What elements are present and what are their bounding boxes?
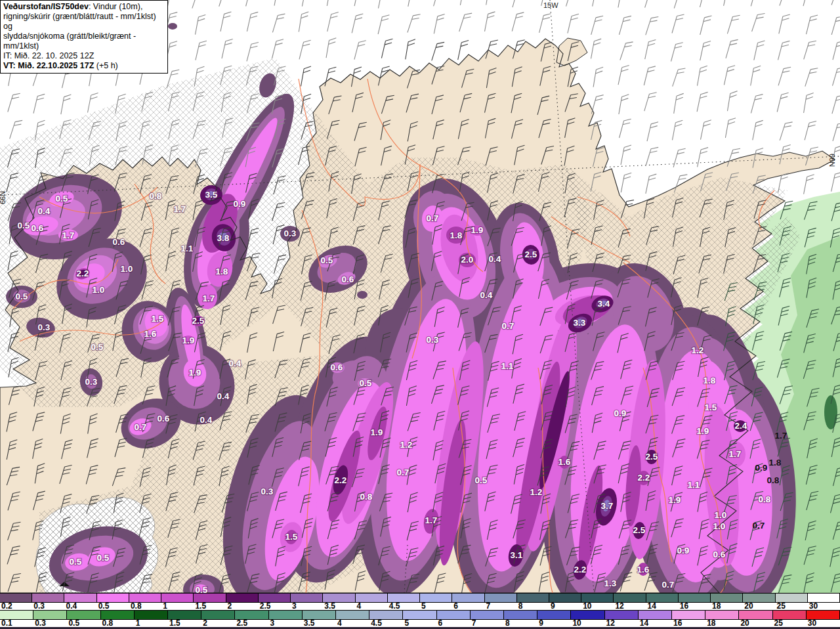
value-label: 2.2	[574, 565, 587, 575]
sleet-snow-label: 5	[421, 601, 426, 611]
value-label: 1.7	[174, 204, 186, 214]
value-label: 0.4	[200, 415, 213, 425]
value-label: 1.5	[705, 402, 717, 412]
sleet-snow-label: 18	[712, 601, 721, 611]
sleet-snow-label: 1.5	[195, 601, 206, 611]
value-label: 3.4	[598, 299, 610, 309]
sleet-snow-label: 0.3	[33, 601, 45, 611]
rain-colorbar-labels: 0.10.30.50.811.522.533.544.5567891012141…	[0, 620, 840, 627]
value-label: 2.0	[461, 255, 474, 265]
value-label: 0.5	[56, 194, 68, 204]
sleet-snow-label: 25	[777, 601, 786, 611]
value-label: 0.5	[70, 557, 82, 567]
value-label: 3.8	[217, 233, 230, 243]
value-label: 0.8	[767, 475, 780, 485]
value-label: 0.5	[196, 585, 208, 594]
value-label: 0.6	[113, 237, 125, 247]
sleet-snow-label: 16	[680, 601, 688, 611]
value-label: 1.1	[501, 361, 514, 371]
value-label: 0.9	[677, 546, 690, 555]
value-label: 1.9	[697, 426, 709, 436]
sleet-snow-label: 12	[615, 601, 623, 611]
value-label: 2.2	[335, 475, 347, 485]
sleet-snow-label: 4.5	[389, 601, 400, 611]
value-label: 1.6	[558, 457, 571, 467]
value-label: 1.0	[121, 264, 133, 274]
value-label: 1.9	[182, 336, 195, 345]
sleet-snow-label: 1	[163, 601, 167, 611]
rain-label: 7	[472, 618, 476, 628]
sleet-snow-label: 9	[551, 601, 555, 611]
value-label: 0.7	[135, 422, 147, 432]
parallel-label-left: 66N	[0, 191, 7, 204]
value-label: 1.7	[775, 431, 788, 441]
value-label: 3.3	[574, 318, 586, 328]
sleet-snow-label: 2	[228, 601, 232, 611]
value-label: 1.7	[62, 230, 75, 240]
value-label: 1.8	[216, 267, 228, 276]
sleet-snow-label: 0.8	[131, 601, 142, 611]
value-label: 1.9	[189, 368, 201, 378]
value-label: 1.1	[181, 244, 194, 253]
sleet-snow-label: 0.2	[1, 601, 12, 611]
value-label: 1.7	[203, 293, 215, 303]
title-box: Veðurstofan/IS750dev: Vindur (10m), rign…	[0, 0, 168, 74]
rain-label: 4.5	[371, 618, 382, 628]
title-line-3: slydda/snjókoma (grátt/bleikt/grænt - mm…	[3, 32, 165, 51]
sleet-snow-label: 3	[292, 601, 297, 611]
value-label: 0.4	[489, 254, 501, 264]
rain-label: 30	[808, 618, 816, 628]
rain-label: 5	[404, 618, 409, 628]
value-label: 0.7	[753, 521, 765, 531]
sleet-snow-label: 10	[583, 601, 591, 611]
value-label: 0.3	[284, 228, 297, 238]
value-label: 1.2	[400, 440, 413, 450]
value-label: 1.6	[144, 329, 157, 339]
value-label: 0.3	[38, 322, 51, 332]
value-label: 0.4	[38, 206, 51, 216]
value-label: 0.7	[397, 467, 410, 477]
value-label: 1.9	[471, 225, 484, 235]
value-label: 2.5	[525, 249, 537, 259]
value-label: 0.6	[32, 223, 44, 233]
sleet-snow-label: 2.5	[260, 601, 271, 611]
value-label: 1.8	[704, 376, 716, 385]
value-label: 0.4	[480, 290, 493, 300]
rain-label: 0.5	[68, 618, 79, 628]
sleet-snow-label: 6	[453, 601, 458, 611]
weather-map-app: 0.50.40.50.61.70.62.21.01.00.50.31.51.60…	[0, 0, 840, 629]
rain-label: 0.1	[1, 618, 12, 628]
title-line-4: IT: Mið. 22. 10. 2025 12Z	[3, 51, 165, 61]
value-label: 1.5	[152, 314, 164, 324]
meridian-label-15w: 15W	[543, 1, 558, 9]
value-label: 0.5	[475, 475, 488, 485]
value-label: 1.1	[688, 480, 700, 490]
sleet-snow-label: 3.5	[324, 601, 335, 611]
sleet-snow-label: 7	[486, 601, 490, 611]
value-label: 1.8	[769, 458, 782, 467]
rain-label: 12	[606, 618, 615, 628]
value-label: 1.0	[93, 285, 105, 295]
rain-label: 16	[673, 618, 682, 628]
value-label: 1.8	[450, 230, 463, 240]
value-label: 0.8	[150, 191, 162, 201]
value-label: 2.5	[192, 316, 205, 326]
value-label: 0.6	[331, 362, 343, 372]
sleet-snow-label: 8	[518, 601, 523, 611]
value-label: 0.9	[234, 199, 246, 209]
value-label: 0.8	[759, 494, 771, 504]
rain-label: 2	[203, 618, 207, 628]
value-label: 2.5	[633, 525, 646, 535]
value-label: 0.5	[321, 255, 333, 265]
value-label: 3.5	[205, 190, 218, 200]
value-label: 1.2	[530, 487, 543, 497]
value-label: 0.6	[713, 550, 726, 559]
sleet-snow-label: 0.4	[66, 601, 77, 611]
map-canvas: 0.50.40.50.61.70.62.21.01.00.50.31.51.60…	[0, 0, 840, 593]
rain-label: 4	[337, 618, 342, 628]
value-label: 1.7	[729, 449, 742, 459]
value-label: 0.3	[427, 335, 439, 345]
sleet-snow-label: 0.5	[98, 601, 110, 611]
rain-label: 10	[572, 618, 581, 628]
title-line-2: rigning/skúrir (grænt/blátt/rautt - mm/1…	[3, 12, 165, 32]
